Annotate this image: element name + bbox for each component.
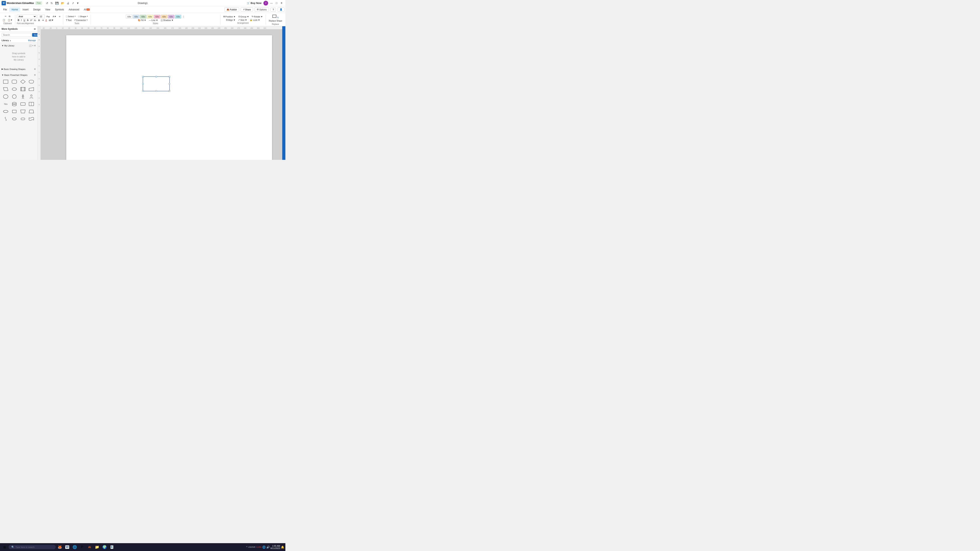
indent-button[interactable]: ⇥ (41, 18, 45, 22)
menu-design[interactable]: Design (31, 8, 43, 12)
font-color-button[interactable]: A (45, 18, 48, 22)
handle-ml[interactable] (142, 83, 144, 85)
save-button[interactable]: 💾 (54, 1, 59, 5)
font-size-decrease[interactable]: A▼ (52, 15, 57, 18)
highlight-button[interactable]: ab▼ (48, 18, 54, 22)
shape-stadium[interactable] (28, 78, 35, 85)
minimize-button[interactable]: — (269, 1, 274, 5)
style-item-6[interactable]: Abc (161, 15, 167, 19)
close-button[interactable]: ✕ (279, 1, 284, 5)
right-panel[interactable] (282, 26, 285, 160)
menu-symbols[interactable]: Symbols (53, 8, 67, 12)
more-styles-button[interactable]: ⋮ (182, 15, 185, 19)
menu-file[interactable]: File (1, 8, 9, 12)
handle-bm[interactable] (156, 90, 157, 92)
lock-button[interactable]: 🔒 Lock ▼ (248, 18, 261, 22)
account-button[interactable]: 👤 (278, 8, 285, 11)
handle-tl[interactable] (142, 76, 144, 77)
shape-person-outline[interactable] (28, 93, 35, 100)
replace-shape-button[interactable]: ↻ Replace Shape (267, 14, 284, 23)
shape-rectangle[interactable] (2, 78, 10, 85)
strikethrough-button[interactable]: S (26, 18, 29, 22)
shape-ellipse[interactable] (11, 86, 18, 92)
shape-manual-input[interactable] (28, 86, 35, 92)
list-button[interactable]: ≣ (37, 18, 41, 22)
shape-curly[interactable] (2, 116, 10, 122)
print-button[interactable]: 🖨 (66, 1, 70, 5)
basic-drawing-header[interactable]: ▶ Basic Drawing Shapes ✕ (1, 67, 36, 71)
drawing-area[interactable] (41, 29, 282, 160)
shape-rect3[interactable] (11, 108, 18, 115)
buy-now-button[interactable]: 🛒 Buy Now (246, 1, 262, 5)
menu-home[interactable]: Home (9, 8, 20, 12)
open-button[interactable]: 📂 (60, 1, 65, 5)
font-size-input[interactable] (37, 15, 45, 18)
menu-view[interactable]: View (43, 8, 53, 12)
shape-rounded-rect[interactable] (11, 78, 18, 85)
shape-tape[interactable] (28, 116, 35, 122)
shape-oval[interactable] (11, 116, 18, 122)
shape-circle-ellipse[interactable] (2, 93, 10, 100)
basic-flowchart-header[interactable]: ▼ Basic Flowchart Shapes ✕ (1, 73, 36, 77)
connector-tool-button[interactable]: ↗ Connector ▼ (73, 18, 89, 22)
undo-button[interactable]: ↺ (45, 1, 49, 5)
style-item-8[interactable]: Abc (175, 15, 181, 19)
search-button[interactable]: Search (32, 33, 38, 37)
italic-button[interactable]: I (21, 18, 22, 22)
basic-drawing-close[interactable]: ✕ (34, 68, 36, 70)
line-button[interactable]: — Line ▼ (148, 19, 159, 22)
handle-br[interactable] (169, 90, 170, 92)
basic-flowchart-close[interactable]: ✕ (34, 74, 36, 76)
shape-diamond[interactable] (19, 78, 27, 85)
shape-trapezoid2[interactable] (28, 108, 35, 115)
shape-yes-label[interactable]: Yes (2, 101, 10, 107)
paste-button[interactable]: 📋 (2, 18, 6, 22)
options-button[interactable]: ⚙ Options (255, 8, 269, 11)
style-item-5[interactable]: Abc (154, 15, 161, 19)
my-library-expand[interactable]: ⬜ (29, 44, 32, 47)
text-tool-button[interactable]: T Text (65, 18, 73, 22)
fill-button[interactable]: 🎨 Fill ▼ (137, 19, 147, 22)
style-item-1[interactable]: Abc (126, 15, 132, 19)
style-item-4[interactable]: Abc (147, 15, 153, 19)
maximize-button[interactable]: □ (275, 1, 278, 5)
canvas-area[interactable]: -20 -10 0 10 20 30 40 50 60 70 80 90 100… (38, 26, 282, 160)
subscript-button[interactable]: x₂ (33, 18, 37, 22)
more-button[interactable]: ▼ (76, 1, 80, 5)
size-button[interactable]: ⤢ Size ▼ (237, 18, 248, 22)
canvas-shape-1[interactable] (143, 76, 170, 91)
menu-advanced[interactable]: Advanced (67, 8, 81, 12)
underline-button[interactable]: U (23, 18, 26, 22)
rotate-button[interactable]: ↻ Rotate ▼ (250, 15, 264, 18)
group-button[interactable]: ⊡ Group ▼ (237, 15, 250, 18)
style-item-2[interactable]: Abc (133, 15, 140, 19)
my-library-header[interactable]: ▼ My Library ⬜ + ✕ (1, 43, 36, 48)
font-size-increase[interactable]: A▲ (46, 15, 51, 18)
my-library-add[interactable]: + (32, 44, 33, 47)
select-tool-button[interactable]: ⬚ Select ▼ (65, 14, 77, 18)
menu-ai[interactable]: AI hot (81, 8, 92, 12)
shape-divided-rect[interactable] (28, 101, 35, 107)
shape-tool-button[interactable]: □ Shape ▼ (77, 15, 89, 18)
shadow-button[interactable]: ◫ Shadow ▼ (159, 19, 175, 22)
style-item-7[interactable]: Abc (168, 15, 175, 19)
my-library-close[interactable]: ✕ (34, 44, 36, 47)
sidebar-collapse-button[interactable]: ◀ (33, 27, 36, 30)
handle-tr[interactable] (169, 76, 170, 77)
shape-person[interactable] (19, 93, 27, 100)
handle-mr[interactable] (169, 83, 170, 85)
search-input[interactable] (2, 33, 31, 37)
redo-button[interactable]: ↻ (50, 1, 54, 5)
shape-rounded-rect2[interactable] (19, 101, 27, 107)
shape-cylinder[interactable] (11, 101, 18, 107)
position-button[interactable]: ⊞ Position ▼ (222, 15, 237, 18)
help-button[interactable]: ? (270, 8, 276, 11)
shape-rounded-oval[interactable] (19, 116, 27, 122)
drawing-canvas[interactable] (66, 35, 272, 160)
text-align-button[interactable]: ≡ (58, 15, 61, 18)
menu-insert[interactable]: Insert (20, 8, 31, 12)
copy-button[interactable]: ⧉ (8, 14, 11, 18)
share-button[interactable]: ↗ Share (241, 8, 253, 11)
shape-circle[interactable] (11, 93, 18, 100)
user-avatar[interactable]: U (263, 1, 268, 5)
